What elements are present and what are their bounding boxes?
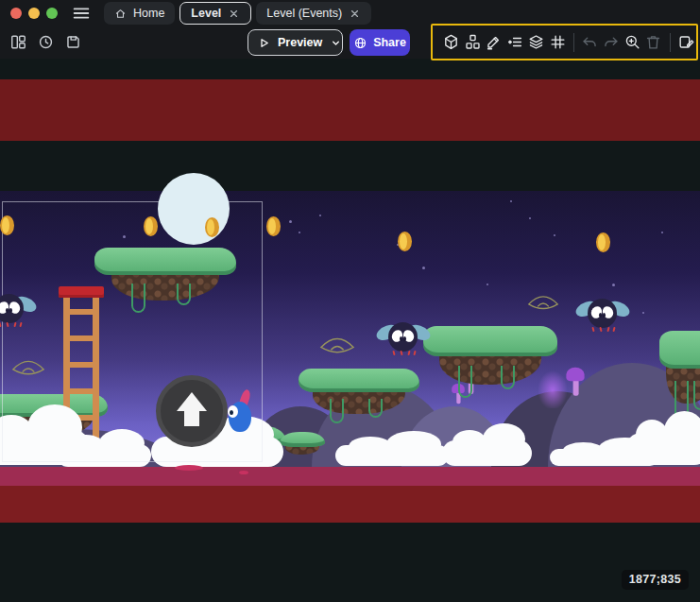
- cloud-puff: [386, 431, 441, 457]
- bat-enemy[interactable]: [376, 319, 431, 357]
- coin[interactable]: [205, 217, 219, 237]
- scene-editor-canvas[interactable]: 1877;835: [0, 59, 700, 602]
- bat-claw: [0, 322, 2, 327]
- tool-scene-properties-button[interactable]: [676, 30, 696, 55]
- history-clock-icon[interactable]: [35, 31, 56, 52]
- toolbar-divider: [573, 33, 574, 52]
- coin-face: [207, 219, 214, 235]
- bat-pupil: [6, 308, 9, 313]
- cloud[interactable]: [335, 445, 449, 466]
- selected-tools-group: [431, 24, 698, 60]
- grid-icon: [549, 33, 567, 51]
- share-button[interactable]: Share: [350, 29, 410, 56]
- tool-grid-button[interactable]: [547, 30, 567, 55]
- bat-body: [0, 294, 24, 323]
- star-dot: [487, 284, 488, 285]
- mushroom-decoration[interactable]: [566, 368, 584, 397]
- platform-grass: [659, 331, 700, 369]
- maximize-window-button[interactable]: [46, 8, 58, 19]
- scene-properties-icon: [677, 33, 695, 51]
- coin[interactable]: [266, 216, 281, 236]
- tool-edit-pencil-button[interactable]: [484, 30, 504, 55]
- preview-button[interactable]: Preview: [248, 30, 322, 55]
- toolbar-divider: [670, 33, 671, 52]
- bat-enemy[interactable]: [0, 291, 37, 329]
- main-menu-hamburger-icon[interactable]: [70, 3, 93, 24]
- up-arrow-icon: [177, 392, 207, 411]
- play-icon: [257, 36, 271, 50]
- cloud[interactable]: [625, 433, 700, 465]
- bat-claw: [13, 322, 16, 327]
- bat-claw: [413, 351, 416, 355]
- star-dot: [319, 215, 321, 216]
- floating-island-platform[interactable]: [299, 369, 419, 420]
- floating-island-platform[interactable]: [659, 331, 700, 414]
- star-dot: [554, 234, 555, 236]
- coin-face: [598, 234, 606, 250]
- tool-redo-button: [601, 30, 621, 55]
- undo-icon: [581, 33, 599, 51]
- tool-objects-button[interactable]: [462, 30, 482, 55]
- bat-pupil: [9, 308, 12, 313]
- tool-3d-box-button[interactable]: [441, 30, 461, 55]
- layout-panels-icon[interactable]: [8, 31, 28, 52]
- tool-undo-button: [580, 30, 600, 55]
- close-window-button[interactable]: [10, 8, 22, 19]
- minimize-window-button[interactable]: [28, 8, 40, 19]
- layers-icon: [527, 33, 545, 51]
- ufo-outline-decoration[interactable]: [525, 293, 561, 314]
- preview-options-chevron-icon[interactable]: [329, 30, 343, 55]
- editor-quick-icons: [8, 31, 83, 52]
- moon[interactable]: [158, 173, 230, 245]
- star-dot: [612, 284, 615, 286]
- tab-level[interactable]: Level: [179, 2, 251, 25]
- star-dot: [289, 220, 292, 223]
- touch-control-up-button[interactable]: [156, 375, 228, 447]
- tool-instances-list-button[interactable]: [504, 30, 524, 55]
- coin[interactable]: [596, 232, 610, 252]
- tab-home[interactable]: Home: [104, 2, 175, 25]
- mushroom-cap: [566, 368, 584, 381]
- platform-vine: [368, 399, 383, 417]
- titlebar: Home Level Level (Events): [0, 0, 700, 26]
- close-tab-icon[interactable]: [349, 8, 361, 20]
- bat-claw: [19, 322, 22, 327]
- coin[interactable]: [144, 216, 158, 236]
- star-dot: [661, 232, 663, 233]
- cloud-puff: [563, 442, 605, 458]
- cursor-coordinates-badge: 1877;835: [622, 570, 689, 590]
- bat-enemy[interactable]: [575, 296, 630, 334]
- objects-icon: [464, 33, 482, 51]
- bat-claw: [392, 351, 395, 355]
- coin[interactable]: [0, 215, 14, 235]
- floating-island-platform[interactable]: [423, 326, 557, 392]
- chevron-down-icon: [329, 36, 343, 50]
- close-tab-icon[interactable]: [228, 8, 240, 20]
- star-dot: [422, 267, 425, 269]
- coin-face: [268, 218, 276, 234]
- redo-icon: [602, 33, 620, 51]
- cloud-puff: [452, 430, 487, 455]
- window-controls: [10, 8, 58, 19]
- tool-trash-button: [643, 30, 663, 55]
- ufo-outline-decoration[interactable]: [319, 335, 355, 358]
- cloud-puff: [483, 423, 526, 456]
- bat-body: [388, 322, 418, 352]
- coin[interactable]: [398, 232, 412, 251]
- cloud-puff: [349, 437, 392, 456]
- tool-zoom-in-button[interactable]: [623, 30, 642, 55]
- grass-bush[interactable]: [280, 432, 325, 455]
- preview-button-group: Preview: [248, 29, 343, 56]
- tool-layers-button[interactable]: [526, 30, 546, 55]
- paint-splat: [175, 465, 203, 471]
- tab-level-events[interactable]: Level (Events): [256, 2, 371, 25]
- cloud-puff: [636, 420, 668, 450]
- trash-icon: [644, 33, 662, 51]
- preview-label: Preview: [278, 36, 322, 49]
- edit-pencil-icon: [485, 33, 503, 51]
- instances-list-icon: [506, 33, 524, 51]
- cloud[interactable]: [442, 440, 532, 466]
- app-window: Home Level Level (Events): [0, 0, 700, 602]
- star-dot: [510, 200, 512, 202]
- save-icon[interactable]: [62, 31, 83, 52]
